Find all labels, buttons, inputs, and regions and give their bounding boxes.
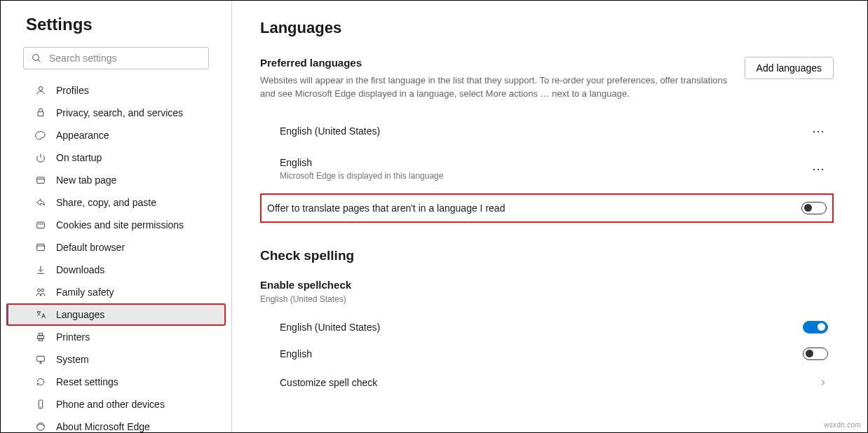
language-icon bbox=[35, 309, 46, 320]
family-icon bbox=[35, 287, 46, 298]
sidebar-title: Settings bbox=[6, 15, 226, 47]
language-item: English Microsoft Edge is displayed in t… bbox=[260, 149, 834, 189]
sidebar-item-privacy[interactable]: Privacy, search, and services bbox=[6, 102, 226, 124]
sidebar-item-label: About Microsoft Edge bbox=[56, 421, 150, 432]
add-languages-button[interactable]: Add languages bbox=[745, 57, 834, 79]
sidebar-item-printers[interactable]: Printers bbox=[6, 326, 226, 348]
sidebar-item-profiles[interactable]: Profiles bbox=[6, 79, 226, 102]
sidebar-item-share[interactable]: Share, copy, and paste bbox=[6, 191, 226, 214]
sidebar-item-label: Printers bbox=[56, 331, 90, 343]
sidebar-item-label: Share, copy, and paste bbox=[56, 197, 156, 208]
svg-rect-18 bbox=[37, 356, 45, 361]
power-icon bbox=[35, 152, 46, 163]
sidebar-item-downloads[interactable]: Downloads bbox=[6, 259, 226, 281]
phone-icon bbox=[35, 399, 46, 410]
svg-point-8 bbox=[40, 224, 41, 224]
svg-line-1 bbox=[38, 60, 40, 62]
svg-rect-10 bbox=[37, 244, 45, 250]
svg-rect-6 bbox=[37, 222, 45, 228]
language-item: English (United States) ⋯ bbox=[260, 114, 834, 149]
settings-sidebar: Settings Profiles Privacy, search, and s… bbox=[1, 1, 232, 432]
spellcheck-list: English (United States) English bbox=[260, 314, 834, 367]
reset-icon bbox=[35, 376, 46, 387]
sidebar-item-label: Downloads bbox=[56, 264, 104, 275]
svg-rect-3 bbox=[38, 112, 43, 116]
cookies-icon bbox=[35, 219, 46, 231]
svg-point-9 bbox=[42, 224, 43, 224]
customize-label: Customize spell check bbox=[280, 377, 377, 388]
svg-rect-4 bbox=[37, 177, 45, 184]
sidebar-item-label: New tab page bbox=[56, 174, 116, 186]
sidebar-item-system[interactable]: System bbox=[6, 348, 226, 371]
spellcheck-item: English (United States) bbox=[260, 314, 834, 341]
page-title: Languages bbox=[260, 19, 834, 37]
download-icon bbox=[35, 264, 46, 275]
svg-point-13 bbox=[37, 289, 40, 291]
enable-spellcheck-title: Enable spellcheck bbox=[260, 279, 834, 291]
translate-label: Offer to translate pages that aren't in … bbox=[267, 202, 505, 214]
watermark-text: wsxdn.com bbox=[824, 421, 861, 429]
sidebar-item-about[interactable]: About Microsoft Edge bbox=[6, 415, 226, 432]
tab-icon bbox=[35, 174, 46, 186]
sidebar-item-label: On startup bbox=[56, 152, 102, 163]
spelling-section: Check spelling Enable spellcheck English… bbox=[260, 248, 834, 398]
sidebar-item-label: Profiles bbox=[56, 85, 89, 96]
share-icon bbox=[35, 197, 46, 208]
sidebar-item-label: Privacy, search, and services bbox=[56, 107, 183, 118]
sidebar-item-label: Languages bbox=[56, 309, 104, 320]
preferred-heading: Preferred languages bbox=[260, 57, 731, 69]
more-actions-button[interactable]: ⋯ bbox=[810, 160, 828, 178]
browser-icon bbox=[35, 242, 46, 253]
svg-point-0 bbox=[33, 55, 39, 61]
sidebar-item-label: Reset settings bbox=[56, 376, 118, 387]
search-input[interactable] bbox=[49, 53, 201, 64]
preferred-languages-header: Preferred languages Websites will appear… bbox=[260, 57, 834, 101]
edge-icon bbox=[35, 421, 46, 432]
sidebar-item-label: Appearance bbox=[56, 130, 109, 141]
svg-rect-16 bbox=[39, 334, 42, 336]
preferred-description: Websites will appear in the first langua… bbox=[260, 74, 731, 101]
sidebar-item-startup[interactable]: On startup bbox=[6, 146, 226, 169]
search-icon bbox=[31, 53, 42, 64]
sidebar-item-languages[interactable]: Languages bbox=[6, 303, 226, 326]
language-name: English bbox=[280, 157, 443, 168]
svg-point-7 bbox=[39, 224, 39, 224]
spelling-title: Check spelling bbox=[260, 248, 834, 263]
search-box[interactable] bbox=[23, 47, 209, 69]
sidebar-list: Profiles Privacy, search, and services A… bbox=[6, 79, 226, 432]
sidebar-item-label: Phone and other devices bbox=[56, 399, 165, 410]
printer-icon bbox=[35, 331, 46, 343]
main-content: Languages Preferred languages Websites w… bbox=[232, 1, 867, 432]
enable-spellcheck-sub: English (United States) bbox=[260, 294, 834, 304]
spellcheck-item: English bbox=[260, 341, 834, 367]
sidebar-item-phone[interactable]: Phone and other devices bbox=[6, 393, 226, 415]
language-list: English (United States) ⋯ English Micros… bbox=[260, 114, 834, 189]
spellcheck-toggle[interactable] bbox=[803, 321, 828, 334]
sidebar-item-family[interactable]: Family safety bbox=[6, 281, 226, 303]
svg-point-14 bbox=[41, 289, 44, 291]
spellcheck-name: English (United States) bbox=[280, 322, 380, 333]
spellcheck-toggle[interactable] bbox=[803, 348, 828, 360]
sidebar-item-label: Cookies and site permissions bbox=[56, 219, 184, 231]
lock-icon bbox=[35, 107, 46, 118]
spellcheck-name: English bbox=[280, 348, 312, 359]
system-icon bbox=[35, 354, 46, 365]
language-sub: Microsoft Edge is displayed in this lang… bbox=[280, 171, 443, 181]
sidebar-item-cookies[interactable]: Cookies and site permissions bbox=[6, 214, 226, 236]
sidebar-item-label: Family safety bbox=[56, 287, 114, 298]
sidebar-item-default[interactable]: Default browser bbox=[6, 236, 226, 259]
profile-icon bbox=[35, 85, 46, 96]
more-actions-button[interactable]: ⋯ bbox=[810, 122, 828, 140]
sidebar-item-newtab[interactable]: New tab page bbox=[6, 169, 226, 191]
sidebar-item-reset[interactable]: Reset settings bbox=[6, 371, 226, 393]
appearance-icon bbox=[35, 130, 46, 141]
sidebar-item-label: Default browser bbox=[56, 242, 125, 253]
chevron-right-icon bbox=[818, 378, 828, 387]
customize-spellcheck-row[interactable]: Customize spell check bbox=[260, 367, 834, 398]
language-name: English (United States) bbox=[280, 125, 380, 137]
translate-toggle[interactable] bbox=[801, 202, 827, 214]
enable-spellcheck-block: Enable spellcheck English (United States… bbox=[260, 279, 834, 304]
svg-point-2 bbox=[39, 87, 42, 90]
sidebar-item-appearance[interactable]: Appearance bbox=[6, 124, 226, 146]
sidebar-item-label: System bbox=[56, 354, 89, 365]
